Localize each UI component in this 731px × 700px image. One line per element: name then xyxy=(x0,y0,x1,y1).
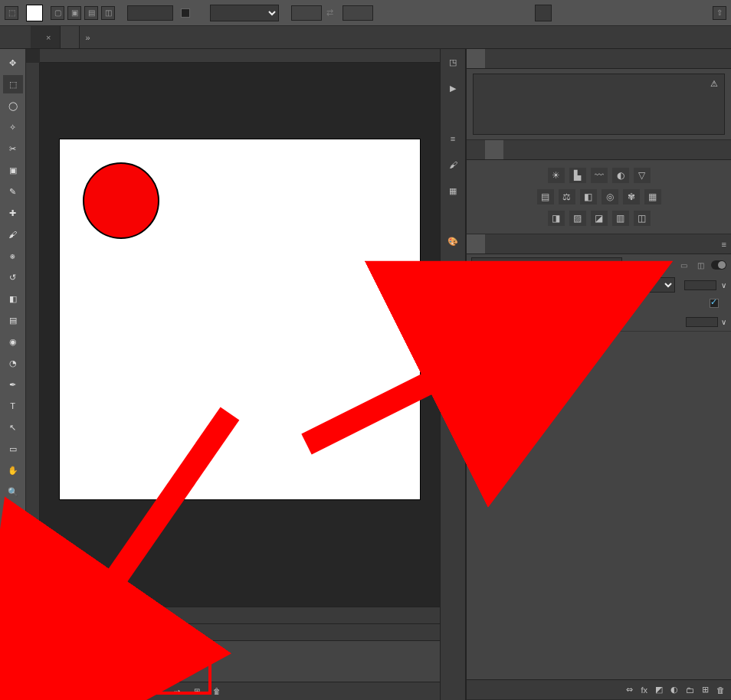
posterize-icon[interactable]: ▨ xyxy=(569,211,586,226)
color-swatches[interactable] xyxy=(2,532,24,553)
curves-icon[interactable]: 〰 xyxy=(591,168,608,183)
hue-icon[interactable]: ▤ xyxy=(537,189,554,204)
filter-smart-icon[interactable]: ◫ xyxy=(694,259,706,271)
character-icon[interactable]: A xyxy=(444,259,461,276)
stamp-tool-icon[interactable]: ⎈ xyxy=(3,247,23,265)
doc-tab-inactive[interactable] xyxy=(61,26,80,48)
blur-tool-icon[interactable]: ◉ xyxy=(3,332,23,351)
feather-input[interactable] xyxy=(127,5,173,21)
timeline-menu-icon[interactable]: ≡ xyxy=(32,685,46,698)
pen-tool-icon[interactable]: ✒ xyxy=(3,375,23,394)
group-icon[interactable]: 🗀 xyxy=(686,685,694,695)
paragraph-icon[interactable]: ¶ xyxy=(444,285,461,302)
mode-new-icon[interactable]: ▢ xyxy=(51,6,64,20)
lock-trans-icon[interactable]: ▦ xyxy=(474,316,487,328)
lock-pos-icon[interactable]: ✥ xyxy=(505,316,517,328)
lookup-icon[interactable]: ▦ xyxy=(644,189,661,204)
close-icon[interactable]: × xyxy=(46,33,51,42)
propagate-checkbox[interactable] xyxy=(710,299,719,308)
fx-icon[interactable]: fx xyxy=(641,685,647,695)
balance-icon[interactable]: ⚖ xyxy=(559,189,575,204)
navigator-icon[interactable]: ◳ xyxy=(444,54,461,70)
photo-filter-icon[interactable]: ◎ xyxy=(602,189,618,204)
fg-color-icon[interactable] xyxy=(2,532,16,545)
dodge-tool-icon[interactable]: ◔ xyxy=(3,354,23,372)
lock-pixels-icon[interactable]: 🖌 xyxy=(490,316,502,328)
play-icon[interactable]: ▶ xyxy=(130,685,144,698)
history-icon[interactable]: ≡ xyxy=(444,130,461,147)
swatches-icon[interactable]: ▦ xyxy=(444,182,461,199)
gradient-map-icon[interactable]: ▥ xyxy=(612,211,629,226)
canvas[interactable] xyxy=(60,139,420,499)
healing-tool-icon[interactable]: ✚ xyxy=(3,204,23,222)
delete-layer-icon[interactable]: 🗑 xyxy=(716,685,725,695)
lasso-tool-icon[interactable]: ◯ xyxy=(3,96,23,115)
next-frame-icon[interactable]: ▷ xyxy=(150,685,164,698)
tab-layers[interactable] xyxy=(467,234,485,254)
tab-channels[interactable] xyxy=(485,234,503,254)
fill-layer-icon[interactable]: ◐ xyxy=(670,685,678,695)
filter-shape-icon[interactable]: ▭ xyxy=(677,259,690,271)
tab-info[interactable] xyxy=(485,49,503,68)
filter-pixel-icon[interactable]: ▢ xyxy=(627,259,639,271)
unify-visibility-icon[interactable]: 👁 xyxy=(493,297,505,309)
path-select-tool-icon[interactable]: ↖ xyxy=(3,418,23,437)
canvas-view[interactable] xyxy=(40,63,440,607)
quickmask-icon[interactable]: ◫ xyxy=(3,556,23,574)
filter-type-icon[interactable]: T xyxy=(661,259,673,271)
history-brush-tool-icon[interactable]: ↺ xyxy=(3,268,23,286)
shape-tool-icon[interactable]: ▭ xyxy=(3,440,23,458)
type-tool-icon[interactable]: T xyxy=(3,397,23,415)
zoom-value[interactable] xyxy=(31,615,37,617)
unify-style-icon[interactable]: fx xyxy=(510,297,522,309)
gradient-tool-icon[interactable]: ▤ xyxy=(3,311,23,329)
invert-icon[interactable]: ◨ xyxy=(548,211,565,226)
brightness-icon[interactable]: ☀ xyxy=(548,168,565,183)
tab-histogram[interactable] xyxy=(467,49,485,68)
eyedropper-tool-icon[interactable]: ✎ xyxy=(3,182,23,201)
3d-icon[interactable]: ❒ xyxy=(444,335,461,352)
exposure-icon[interactable]: ◐ xyxy=(612,168,629,183)
lock-all-icon[interactable]: 🔒 xyxy=(536,316,548,328)
brush-panel-icon[interactable]: 🖌 xyxy=(444,156,461,173)
prev-frame-icon[interactable]: ◀ xyxy=(110,685,124,698)
play-panel-icon[interactable]: ▶ xyxy=(444,80,461,96)
filter-adjust-icon[interactable]: ◐ xyxy=(644,259,656,271)
selective-color-icon[interactable]: ◫ xyxy=(634,211,651,226)
timeline-tab[interactable] xyxy=(32,630,44,635)
frame-tool-icon[interactable]: ▣ xyxy=(3,161,23,179)
tab-libraries[interactable] xyxy=(467,140,485,159)
mode-sub-icon[interactable]: ▤ xyxy=(84,6,98,20)
first-frame-icon[interactable]: ⏮ xyxy=(90,685,104,698)
link-layers-icon[interactable]: ⇔ xyxy=(626,685,633,695)
share-icon[interactable]: ⇧ xyxy=(713,6,726,20)
opacity-input[interactable] xyxy=(684,280,716,290)
chevron-down-icon[interactable]: ∨ xyxy=(721,281,726,289)
crop-tool-icon[interactable]: ✂ xyxy=(3,139,23,158)
channel-mixer-icon[interactable]: ✾ xyxy=(623,189,640,204)
tab-adjustments[interactable] xyxy=(485,140,503,159)
lock-artboard-icon[interactable]: ▣ xyxy=(520,316,533,328)
new-layer-icon[interactable]: ⊞ xyxy=(702,685,709,695)
zoom-tool-icon[interactable]: 🔍 xyxy=(3,482,23,501)
fill-input[interactable] xyxy=(686,317,718,327)
vibrance-icon[interactable]: ▽ xyxy=(634,168,651,183)
threshold-icon[interactable]: ◪ xyxy=(591,211,608,226)
more-tools-icon[interactable]: ⋯ xyxy=(3,504,23,522)
eraser-tool-icon[interactable]: ◧ xyxy=(3,289,23,308)
marquee-tool-icon[interactable]: ⬚ xyxy=(3,75,23,93)
bw-icon[interactable]: ◧ xyxy=(580,189,597,204)
loop-select[interactable] xyxy=(52,684,84,698)
style-select[interactable] xyxy=(210,5,279,21)
mode-int-icon[interactable]: ◫ xyxy=(101,6,115,20)
new-frame-icon[interactable]: ⊞ xyxy=(190,685,204,698)
chevron-down-icon[interactable]: ∨ xyxy=(721,318,726,326)
layer-filter-select[interactable]: 🔍 xyxy=(471,257,622,273)
fg-swatch-icon[interactable] xyxy=(26,5,43,21)
select-and-mask-button[interactable] xyxy=(535,5,552,21)
mask-icon[interactable]: ◩ xyxy=(655,685,663,695)
filter-toggle[interactable] xyxy=(711,260,726,270)
panel-menu-icon[interactable]: ≡ xyxy=(713,234,731,254)
screenmode-icon[interactable]: ⛶ xyxy=(3,577,23,596)
warning-icon[interactable]: ⚠ xyxy=(710,79,718,89)
